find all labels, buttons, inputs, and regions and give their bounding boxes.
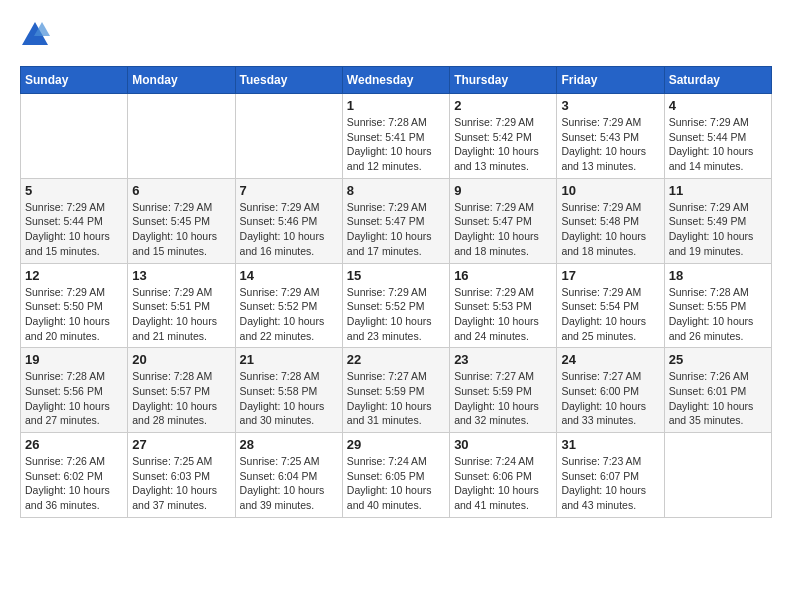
day-info: Sunrise: 7:29 AMSunset: 5:47 PMDaylight:… xyxy=(347,200,445,259)
day-info: Sunrise: 7:26 AMSunset: 6:01 PMDaylight:… xyxy=(669,369,767,428)
day-number: 2 xyxy=(454,98,552,113)
day-number: 6 xyxy=(132,183,230,198)
day-info: Sunrise: 7:29 AMSunset: 5:44 PMDaylight:… xyxy=(669,115,767,174)
header-day: Friday xyxy=(557,67,664,94)
day-info: Sunrise: 7:27 AMSunset: 5:59 PMDaylight:… xyxy=(454,369,552,428)
header-day: Saturday xyxy=(664,67,771,94)
calendar-week-row: 5Sunrise: 7:29 AMSunset: 5:44 PMDaylight… xyxy=(21,178,772,263)
calendar-cell xyxy=(128,94,235,179)
header-row: SundayMondayTuesdayWednesdayThursdayFrid… xyxy=(21,67,772,94)
day-info: Sunrise: 7:27 AMSunset: 6:00 PMDaylight:… xyxy=(561,369,659,428)
day-number: 8 xyxy=(347,183,445,198)
day-number: 22 xyxy=(347,352,445,367)
day-number: 20 xyxy=(132,352,230,367)
logo xyxy=(20,20,54,50)
calendar-cell: 3Sunrise: 7:29 AMSunset: 5:43 PMDaylight… xyxy=(557,94,664,179)
day-info: Sunrise: 7:28 AMSunset: 5:56 PMDaylight:… xyxy=(25,369,123,428)
header-day: Thursday xyxy=(450,67,557,94)
day-number: 13 xyxy=(132,268,230,283)
day-info: Sunrise: 7:29 AMSunset: 5:51 PMDaylight:… xyxy=(132,285,230,344)
day-number: 12 xyxy=(25,268,123,283)
calendar-week-row: 26Sunrise: 7:26 AMSunset: 6:02 PMDayligh… xyxy=(21,433,772,518)
header-day: Sunday xyxy=(21,67,128,94)
day-number: 11 xyxy=(669,183,767,198)
day-info: Sunrise: 7:29 AMSunset: 5:46 PMDaylight:… xyxy=(240,200,338,259)
calendar-cell: 7Sunrise: 7:29 AMSunset: 5:46 PMDaylight… xyxy=(235,178,342,263)
day-number: 14 xyxy=(240,268,338,283)
calendar-cell: 20Sunrise: 7:28 AMSunset: 5:57 PMDayligh… xyxy=(128,348,235,433)
day-number: 18 xyxy=(669,268,767,283)
day-info: Sunrise: 7:28 AMSunset: 5:58 PMDaylight:… xyxy=(240,369,338,428)
calendar-cell: 2Sunrise: 7:29 AMSunset: 5:42 PMDaylight… xyxy=(450,94,557,179)
logo-icon xyxy=(20,20,50,50)
day-number: 24 xyxy=(561,352,659,367)
day-number: 4 xyxy=(669,98,767,113)
page-header xyxy=(20,20,772,50)
calendar-cell: 11Sunrise: 7:29 AMSunset: 5:49 PMDayligh… xyxy=(664,178,771,263)
calendar-cell: 13Sunrise: 7:29 AMSunset: 5:51 PMDayligh… xyxy=(128,263,235,348)
header-day: Tuesday xyxy=(235,67,342,94)
day-number: 15 xyxy=(347,268,445,283)
calendar-cell: 15Sunrise: 7:29 AMSunset: 5:52 PMDayligh… xyxy=(342,263,449,348)
day-info: Sunrise: 7:29 AMSunset: 5:44 PMDaylight:… xyxy=(25,200,123,259)
calendar-week-row: 19Sunrise: 7:28 AMSunset: 5:56 PMDayligh… xyxy=(21,348,772,433)
calendar-week-row: 1Sunrise: 7:28 AMSunset: 5:41 PMDaylight… xyxy=(21,94,772,179)
calendar-week-row: 12Sunrise: 7:29 AMSunset: 5:50 PMDayligh… xyxy=(21,263,772,348)
day-info: Sunrise: 7:29 AMSunset: 5:43 PMDaylight:… xyxy=(561,115,659,174)
calendar-cell xyxy=(21,94,128,179)
calendar-body: 1Sunrise: 7:28 AMSunset: 5:41 PMDaylight… xyxy=(21,94,772,518)
day-info: Sunrise: 7:24 AMSunset: 6:05 PMDaylight:… xyxy=(347,454,445,513)
calendar-cell: 26Sunrise: 7:26 AMSunset: 6:02 PMDayligh… xyxy=(21,433,128,518)
day-number: 31 xyxy=(561,437,659,452)
day-number: 23 xyxy=(454,352,552,367)
calendar-cell: 29Sunrise: 7:24 AMSunset: 6:05 PMDayligh… xyxy=(342,433,449,518)
calendar-cell: 23Sunrise: 7:27 AMSunset: 5:59 PMDayligh… xyxy=(450,348,557,433)
day-info: Sunrise: 7:28 AMSunset: 5:41 PMDaylight:… xyxy=(347,115,445,174)
calendar-cell: 16Sunrise: 7:29 AMSunset: 5:53 PMDayligh… xyxy=(450,263,557,348)
day-info: Sunrise: 7:29 AMSunset: 5:42 PMDaylight:… xyxy=(454,115,552,174)
day-info: Sunrise: 7:25 AMSunset: 6:03 PMDaylight:… xyxy=(132,454,230,513)
calendar-cell: 14Sunrise: 7:29 AMSunset: 5:52 PMDayligh… xyxy=(235,263,342,348)
day-info: Sunrise: 7:25 AMSunset: 6:04 PMDaylight:… xyxy=(240,454,338,513)
calendar-cell: 4Sunrise: 7:29 AMSunset: 5:44 PMDaylight… xyxy=(664,94,771,179)
calendar-cell xyxy=(235,94,342,179)
calendar-cell: 6Sunrise: 7:29 AMSunset: 5:45 PMDaylight… xyxy=(128,178,235,263)
calendar-cell: 21Sunrise: 7:28 AMSunset: 5:58 PMDayligh… xyxy=(235,348,342,433)
day-info: Sunrise: 7:29 AMSunset: 5:54 PMDaylight:… xyxy=(561,285,659,344)
calendar-cell: 12Sunrise: 7:29 AMSunset: 5:50 PMDayligh… xyxy=(21,263,128,348)
day-number: 7 xyxy=(240,183,338,198)
calendar-cell: 28Sunrise: 7:25 AMSunset: 6:04 PMDayligh… xyxy=(235,433,342,518)
day-info: Sunrise: 7:29 AMSunset: 5:52 PMDaylight:… xyxy=(347,285,445,344)
calendar-cell: 19Sunrise: 7:28 AMSunset: 5:56 PMDayligh… xyxy=(21,348,128,433)
day-number: 29 xyxy=(347,437,445,452)
day-info: Sunrise: 7:29 AMSunset: 5:49 PMDaylight:… xyxy=(669,200,767,259)
calendar-cell: 10Sunrise: 7:29 AMSunset: 5:48 PMDayligh… xyxy=(557,178,664,263)
day-info: Sunrise: 7:24 AMSunset: 6:06 PMDaylight:… xyxy=(454,454,552,513)
day-info: Sunrise: 7:29 AMSunset: 5:52 PMDaylight:… xyxy=(240,285,338,344)
day-info: Sunrise: 7:29 AMSunset: 5:48 PMDaylight:… xyxy=(561,200,659,259)
day-number: 9 xyxy=(454,183,552,198)
day-number: 16 xyxy=(454,268,552,283)
day-number: 21 xyxy=(240,352,338,367)
day-number: 28 xyxy=(240,437,338,452)
day-info: Sunrise: 7:29 AMSunset: 5:53 PMDaylight:… xyxy=(454,285,552,344)
day-info: Sunrise: 7:29 AMSunset: 5:50 PMDaylight:… xyxy=(25,285,123,344)
day-info: Sunrise: 7:29 AMSunset: 5:47 PMDaylight:… xyxy=(454,200,552,259)
calendar-cell: 18Sunrise: 7:28 AMSunset: 5:55 PMDayligh… xyxy=(664,263,771,348)
calendar-cell: 27Sunrise: 7:25 AMSunset: 6:03 PMDayligh… xyxy=(128,433,235,518)
header-day: Wednesday xyxy=(342,67,449,94)
calendar-cell: 8Sunrise: 7:29 AMSunset: 5:47 PMDaylight… xyxy=(342,178,449,263)
calendar-cell: 24Sunrise: 7:27 AMSunset: 6:00 PMDayligh… xyxy=(557,348,664,433)
day-number: 26 xyxy=(25,437,123,452)
calendar-cell: 31Sunrise: 7:23 AMSunset: 6:07 PMDayligh… xyxy=(557,433,664,518)
calendar-cell: 17Sunrise: 7:29 AMSunset: 5:54 PMDayligh… xyxy=(557,263,664,348)
day-number: 3 xyxy=(561,98,659,113)
day-info: Sunrise: 7:28 AMSunset: 5:55 PMDaylight:… xyxy=(669,285,767,344)
day-info: Sunrise: 7:29 AMSunset: 5:45 PMDaylight:… xyxy=(132,200,230,259)
calendar-table: SundayMondayTuesdayWednesdayThursdayFrid… xyxy=(20,66,772,518)
day-info: Sunrise: 7:27 AMSunset: 5:59 PMDaylight:… xyxy=(347,369,445,428)
calendar-cell: 1Sunrise: 7:28 AMSunset: 5:41 PMDaylight… xyxy=(342,94,449,179)
calendar-cell xyxy=(664,433,771,518)
day-number: 5 xyxy=(25,183,123,198)
calendar-header: SundayMondayTuesdayWednesdayThursdayFrid… xyxy=(21,67,772,94)
